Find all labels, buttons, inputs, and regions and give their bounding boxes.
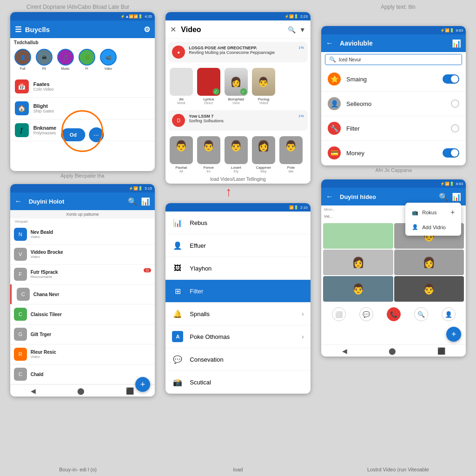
feed-item[interactable]: 🏠 Blight Ship Gates	[10, 98, 155, 119]
selleomo-radio[interactable]	[451, 99, 459, 108]
more-button[interactable]: ···	[89, 127, 104, 142]
chevron-poke: ›	[302, 333, 304, 340]
close-icon-2[interactable]: ✕	[170, 25, 176, 34]
filter-radio[interactable]	[451, 124, 459, 132]
popup-item-add-video[interactable]: 👤 Add Vidrio	[405, 220, 461, 234]
ctrl-person-btn[interactable]: 👤	[442, 307, 456, 321]
search-icon-1b[interactable]: 🔍	[128, 197, 137, 206]
story-card[interactable]: Jte Montl	[168, 68, 194, 105]
menu-item-spnalls[interactable]: 🔔 Spnalls ›	[165, 303, 310, 325]
story-item[interactable]: 👤 Full	[13, 49, 33, 70]
money-toggle[interactable]	[443, 148, 459, 158]
hamburger-icon[interactable]: ☰	[15, 25, 21, 34]
person-card[interactable]: 👨 Fonve Ev	[196, 136, 221, 173]
add-video-icon: 👤	[412, 224, 418, 230]
money-label: Money	[346, 150, 443, 157]
settings-item-selleomo[interactable]: 👤 Selleomo	[321, 92, 466, 116]
person-card[interactable]: 👨 Paohal All	[168, 136, 194, 173]
story-card[interactable]: ✓ Lyrlica Direct	[196, 68, 221, 105]
nav-recent-icon[interactable]: ⬛	[126, 387, 134, 395]
rebus-icon: 📊	[172, 217, 183, 228]
chat-item[interactable]: C Chana Nevr	[10, 284, 155, 304]
top-label-left: Cirent Dopriane lAtivCabo Bload Late Bur	[9, 4, 146, 10]
video-thumb-6: 👨	[394, 276, 464, 302]
video-app-bar: ✕ Video 🔍 ▼	[165, 20, 310, 39]
chat-item[interactable]: R Rleur Resic Video	[10, 344, 155, 364]
search-icon-3b[interactable]: 🔍	[439, 192, 448, 201]
chat-item[interactable]: C Claissic Tileer	[10, 304, 155, 324]
menu-item-filter[interactable]: ⊞ Filter	[165, 280, 310, 303]
back-icon-3b[interactable]: ←	[326, 192, 333, 201]
chat-item[interactable]: N Nev Beald Video	[10, 225, 155, 245]
person-card[interactable]: 👨 Pote Iale	[278, 136, 304, 173]
fab-button[interactable]: +	[135, 377, 150, 392]
chat-item[interactable]: C Chald	[10, 364, 155, 384]
sub-label: Vlorpad	[10, 218, 155, 225]
search-icon-2[interactable]: 🔍	[288, 26, 296, 33]
notif-badge-1: 1%	[298, 46, 304, 50]
status-bar-2b: 📶🔋 2:10	[165, 203, 310, 212]
ctrl-search-btn[interactable]: 🔍	[414, 307, 428, 321]
search-bar-3t[interactable]: 🔍 lced Nevur	[325, 54, 462, 65]
person-card[interactable]: 👨 Losert Ety	[223, 136, 249, 173]
bottom-labels-row: Bouy-in- edi l (o) load Lostrd Video (ru…	[0, 464, 476, 476]
story-card[interactable]: 👨 Poclug Yldeol	[251, 68, 276, 105]
ctrl-end-call-btn[interactable]: 📞	[387, 307, 401, 321]
status-bar-1: ⚡▲📶📶🔋 4:35	[10, 12, 155, 20]
settings-item-smaing[interactable]: ⭐ Smaing	[321, 67, 466, 92]
story-item[interactable]: 📹 Vdeo	[99, 49, 118, 70]
scutical-icon: 📸	[172, 377, 183, 388]
notification-2[interactable]: D Yow LSSM 7 Sorfing Sollsutions 1%	[168, 110, 307, 131]
nav-home-icon[interactable]: ⬤	[77, 387, 85, 395]
story-card[interactable]: 👩 ✓ Bomphad Vleol	[223, 68, 249, 105]
filter-settings-label: Filter	[346, 125, 451, 132]
story-item[interactable]: 🌿 Fi	[77, 49, 97, 70]
chat-avatar: F	[14, 268, 27, 281]
stories-row-1: 👤 Full 🏔 Fil 🎵 Music 🌿 Fi	[10, 45, 155, 74]
settings-icon-1[interactable]: ⚙	[144, 25, 150, 34]
nav-bar-3b: ◀ ⬤ ⬛	[321, 344, 466, 357]
filter-icon-3t[interactable]: 📊	[452, 39, 461, 48]
story-item[interactable]: 🏔 Fil	[34, 49, 54, 70]
settings-item-filter[interactable]: 🔧 Filter	[321, 116, 466, 141]
people-row: 👨 Paohal All 👨 Fonve Ev 👨 Losert Ety	[165, 133, 310, 175]
ctrl-screen-btn[interactable]: ⬜	[332, 307, 346, 321]
chat-item[interactable]: F Futr fSprack Rincountable 11	[10, 264, 155, 284]
smaing-toggle[interactable]	[443, 74, 459, 84]
filter-icon-2[interactable]: ▼	[299, 26, 306, 33]
ctrl-chat-btn[interactable]: 💬	[359, 307, 373, 321]
story-item[interactable]: 🎵 Music	[56, 49, 75, 70]
back-icon-3t[interactable]: ←	[326, 39, 333, 47]
od-button[interactable]: Od	[61, 128, 85, 141]
video-title: Video	[181, 26, 287, 34]
menu-item-ylayhon[interactable]: 🖼 Ylayhon	[165, 257, 310, 280]
nav-back-icon-3b[interactable]: ◀	[342, 347, 347, 355]
menu-item-scutical[interactable]: 📸 Scutical	[165, 371, 310, 394]
add-icon[interactable]: +	[450, 208, 455, 217]
person-card[interactable]: 👩 Cappmer May	[251, 136, 276, 173]
chat-avatar: R	[14, 348, 27, 361]
feed-title-1: Faates	[33, 81, 54, 87]
nav-back-icon[interactable]: ◀	[31, 387, 36, 395]
notif-text-1: LOSGS POSE AHE DREOCTNEPP. Reviling Mult…	[189, 46, 298, 55]
chat-item[interactable]: V Viddeo Brocke Video	[10, 245, 155, 264]
back-icon-1b[interactable]: ←	[15, 197, 22, 205]
chat-item[interactable]: G Gilt Trger	[10, 324, 155, 344]
menu-item-rebus[interactable]: 📊 Rebus	[165, 212, 310, 234]
notification-1[interactable]: ● LOSGS POSE AHE DREOCTNEPP. Reviling Mu…	[168, 42, 307, 62]
settings-item-money[interactable]: 💳 Money	[321, 141, 466, 165]
filter-icon-1b[interactable]: 📊	[141, 197, 150, 206]
filter-hint: load Video/Laser Tellinging	[165, 175, 310, 184]
nav-home-icon-3b[interactable]: ⬤	[389, 347, 396, 355]
menu-item-effuer[interactable]: 👤 Effuer	[165, 234, 310, 257]
app-bar-1: ☰ Buyclls ⚙	[10, 20, 155, 38]
menu-item-consevation[interactable]: 💬 Consevation	[165, 348, 310, 371]
phone-col-right: ⚡📶🔋 8:83 ← Aavioluble 📊 🔍 lced Nevur	[321, 12, 466, 357]
filter-icon-3b[interactable]: 📊	[452, 192, 461, 201]
nav-recent-icon-3b[interactable]: ⬛	[437, 347, 445, 355]
feed-item[interactable]: 📅 Faates Colo Video	[10, 76, 155, 98]
phones-row: ⚡▲📶📶🔋 4:35 ☰ Buyclls ⚙ Txdchallub 👤 Full	[0, 12, 476, 464]
fab-button-3b[interactable]: +	[446, 327, 461, 342]
popup-item-rokus[interactable]: 📺 Rokus +	[405, 205, 461, 220]
menu-item-poke[interactable]: A Poke Othomas ›	[165, 325, 310, 348]
